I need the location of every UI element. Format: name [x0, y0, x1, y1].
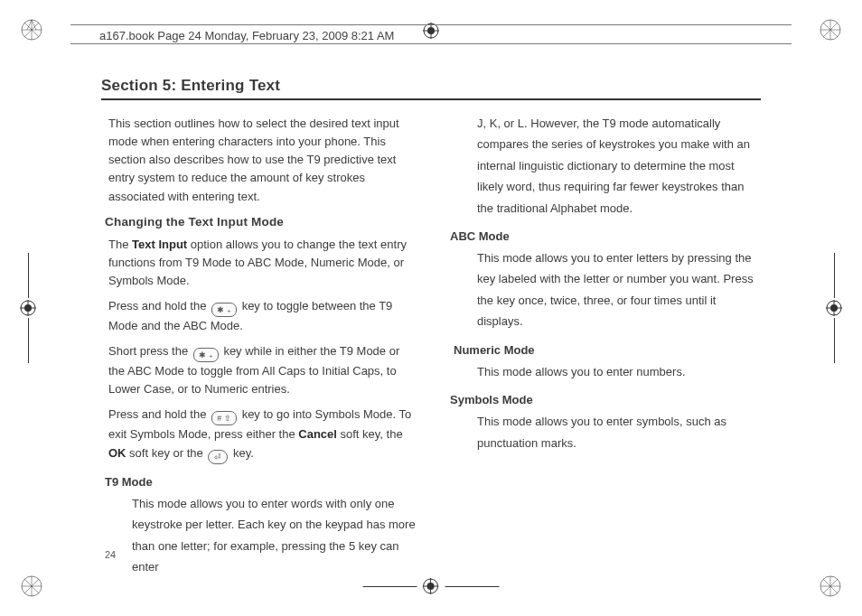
header-rule	[70, 24, 792, 25]
paragraph: Press and hold the # ⇧ key to go into Sy…	[108, 406, 416, 463]
bold-term: Text Input	[132, 238, 187, 251]
paragraph: Press and hold the ✱ ₊ key to toggle bet…	[108, 297, 416, 335]
crop-mark-icon	[826, 253, 842, 363]
header-rule	[70, 43, 792, 44]
paragraph: The Text Input option allows you to chan…	[108, 236, 416, 290]
registration-mark-icon	[819, 574, 842, 598]
bold-term: Cancel	[298, 427, 337, 441]
page-number: 24	[105, 549, 116, 560]
mode-body: This mode allows you to enter numbers.	[477, 361, 761, 382]
bold-term: OK	[108, 446, 126, 460]
hash-key-icon: # ⇧	[211, 411, 237, 425]
mode-body: This mode allows you to enter letters by…	[477, 247, 761, 332]
page-content: Section 5: Entering Text This section ou…	[101, 77, 761, 560]
intro-paragraph: This section outlines how to select the …	[108, 115, 416, 206]
svg-line-5	[27, 20, 32, 30]
page-header-meta: a167.book Page 24 Monday, February 23, 2…	[99, 27, 394, 44]
svg-line-6	[32, 20, 36, 30]
mode-body: This mode allows you to enter words with…	[132, 493, 416, 578]
paragraph: Short press the ✱ ₊ key while in either …	[108, 342, 416, 398]
registration-mark-icon	[819, 18, 842, 42]
registration-mark-icon	[20, 18, 43, 42]
mode-heading: T9 Mode	[105, 473, 416, 491]
mode-body: J, K, or L. However, the T9 mode automat…	[477, 113, 761, 219]
mode-heading: ABC Mode	[450, 228, 761, 246]
mode-body: This mode allows you to enter symbols, s…	[477, 411, 761, 453]
crop-mark-icon	[20, 253, 36, 363]
mode-heading: Symbols Mode	[450, 391, 761, 409]
mode-heading: Numeric Mode	[454, 341, 761, 359]
star-key-icon: ✱ ₊	[193, 348, 219, 362]
registration-mark-icon	[20, 574, 43, 598]
section-title: Section 5: Entering Text	[101, 77, 761, 100]
column-left: This section outlines how to select the …	[101, 109, 416, 581]
round-key-icon: ⏎	[208, 450, 228, 464]
subheading: Changing the Text Input Mode	[105, 213, 416, 232]
star-key-icon: ✱ ₊	[211, 303, 237, 317]
column-right: J, K, or L. However, the T9 mode automat…	[446, 109, 761, 581]
